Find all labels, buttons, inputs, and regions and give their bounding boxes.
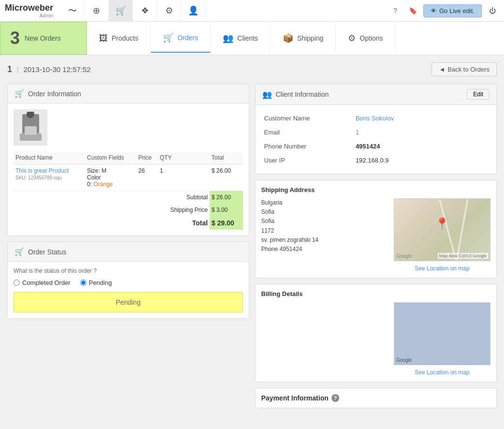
edit-client-button[interactable]: Edit [467, 89, 490, 100]
email-link[interactable]: 1 [356, 129, 359, 136]
shipping-country: Bulgaria [261, 198, 389, 207]
shipping-phone: Phone 4951424 [261, 245, 389, 254]
tab-options[interactable]: ⚙ Options [336, 24, 395, 53]
client-name-row: Customer Name Boris Sokolov [262, 112, 490, 125]
phone-label: Phone Number [262, 140, 353, 153]
client-info-body: Customer Name Boris Sokolov Email 1 [256, 105, 497, 174]
nav-user[interactable]: 👤 [181, 0, 205, 22]
payment-help-icon[interactable]: ? [331, 394, 339, 402]
status-question: What is the status of this order ? [14, 267, 243, 274]
bookmark-icon[interactable]: 🔖 [406, 4, 419, 17]
product-sku: SKU: 123456789-squ [15, 175, 62, 180]
shipping-title: Shipping Address [261, 186, 315, 193]
client-email-row: Email 1 [262, 126, 490, 139]
user-ip-label: User IP [262, 154, 353, 167]
see-location-link[interactable]: See Location on map [415, 265, 469, 272]
radio-completed-input[interactable] [14, 280, 20, 286]
order-id: 1 [7, 64, 12, 74]
svg-rect-3 [25, 126, 37, 135]
total-cell: $ 26.00 [210, 164, 243, 191]
go-live-button[interactable]: 👁 Go Live edit. [423, 4, 482, 17]
customer-name-label: Customer Name [262, 112, 353, 125]
sub-nav: 3 New Orders 🖼 Products 🛒 Orders 👥 Clien… [0, 22, 504, 55]
shipping-street: sv. pimen zografski 14 [261, 236, 389, 245]
orders-icon: 🛒 [163, 32, 173, 43]
radio-completed[interactable]: Completed Order [14, 279, 71, 286]
order-info-header: 🛒 Order Information [8, 84, 249, 104]
google-logo: Google [396, 253, 412, 259]
client-info-panel: 👥 Client Information Edit Customer Name … [255, 84, 497, 174]
power-icon[interactable]: ⏻ [486, 4, 499, 17]
new-orders-badge[interactable]: 3 New Orders [0, 22, 87, 55]
table-row: This is great Product SKU: 123456789-squ… [14, 164, 243, 191]
total-row: Total $ 29.00 [14, 216, 243, 230]
nav-cart[interactable]: 🛒 [109, 0, 133, 22]
col-qty: QTY [158, 151, 210, 164]
tab-products[interactable]: 🖼 Products [87, 24, 151, 53]
radio-completed-label: Completed Order [22, 279, 71, 286]
map-data-label: Map data ©2013 Google [438, 253, 488, 259]
shipping-city2: Sofia [261, 217, 389, 226]
shipping-body: Shipping Address Bulgaria Sofia Sofia 11… [256, 180, 497, 278]
back-to-orders-button[interactable]: ◄ Back to Orders [432, 62, 497, 76]
payment-panel: Payment Information ? [255, 388, 497, 408]
payment-title: Payment Information [261, 394, 329, 402]
product-link[interactable]: This is great Product [15, 167, 69, 174]
help-icon[interactable]: ? [389, 4, 402, 17]
nav-icons: 〜 ⊕ 🛒 ❖ ⚙ 👤 [60, 0, 389, 22]
tab-orders[interactable]: 🛒 Orders [151, 24, 211, 53]
size-value: M [101, 167, 106, 174]
col-price: Price [136, 151, 158, 164]
subtotal-row: Subtotal $ 26.00 [14, 191, 243, 204]
user-ip-value: 192.168.0.9 [354, 154, 490, 167]
shipping-price-label: Shipping Price [158, 204, 210, 216]
phone-value: 4951424 [354, 140, 490, 153]
logo-admin: Admin [5, 13, 53, 18]
total-value: $ 29.00 [210, 216, 243, 230]
tab-clients[interactable]: 👥 Clients [211, 24, 271, 53]
main-content: 1 | 2013-10-30 12:57:52 ◄ Back to Orders… [0, 55, 504, 421]
billing-panel: Billing Details Google See Location on m… [255, 284, 497, 382]
radio-pending-input[interactable] [80, 280, 86, 286]
customer-name-link[interactable]: Boris Sokolov [356, 115, 394, 122]
order-info-body: Product Name Custom Fields Price QTY Tot… [8, 104, 249, 236]
shipping-postal: 1172 [261, 226, 389, 236]
shipping-row: Shipping Price $ 3.00 [14, 204, 243, 216]
shipping-map-container: 📍 Google Map data ©2013 Google See Locat… [394, 198, 490, 272]
sub-nav-tabs: 🖼 Products 🛒 Orders 👥 Clients 📦 Shipping… [87, 24, 504, 53]
shipping-city1: Sofia [261, 207, 389, 217]
logo: Microweber Admin [5, 3, 53, 18]
nav-workflow[interactable]: ❖ [133, 0, 157, 22]
col-custom-fields: Custom Fields [85, 151, 136, 164]
map-pin-icon: 📍 [435, 217, 449, 231]
right-column: 👥 Client Information Edit Customer Name … [255, 84, 497, 414]
color-value: Orange [93, 181, 113, 188]
price-cell: 26 [136, 164, 158, 191]
billing-map-container: Google See Location on map [394, 302, 490, 376]
shipping-section: Bulgaria Sofia Sofia 1172 sv. pimen zogr… [261, 198, 491, 272]
cart-panel-icon: 🛒 [14, 89, 24, 98]
subtotal-label: Subtotal [158, 191, 210, 204]
client-header-left: 👥 Client Information [262, 90, 329, 99]
client-ip-row: User IP 192.168.0.9 [262, 154, 490, 167]
billing-title: Billing Details [261, 290, 303, 297]
client-phone-row: Phone Number 4951424 [262, 140, 490, 153]
tab-shipping[interactable]: 📦 Shipping [271, 24, 336, 53]
two-col-layout: 🛒 Order Information [7, 84, 497, 414]
status-pending-display: Pending [14, 292, 243, 312]
billing-section: Google See Location on map [261, 302, 491, 376]
nav-settings[interactable]: ⚙ [157, 0, 181, 22]
nav-globe[interactable]: ⊕ [85, 0, 109, 22]
order-status-body: What is the status of this order ? Compl… [8, 262, 249, 318]
eye-icon: 👁 [431, 7, 437, 15]
logo-name: Microweber [5, 3, 53, 13]
billing-see-location-link[interactable]: See Location on map [415, 369, 469, 376]
new-orders-count: 3 [10, 28, 20, 48]
nav-analytics[interactable]: 〜 [60, 0, 85, 22]
client-info-table: Customer Name Boris Sokolov Email 1 [261, 111, 491, 168]
radio-pending[interactable]: Pending [80, 279, 112, 286]
shipping-price-value: $ 3.00 [210, 204, 243, 216]
products-icon: 🖼 [99, 33, 108, 44]
product-thumbnail [14, 109, 47, 146]
color-label: Color [87, 174, 101, 181]
